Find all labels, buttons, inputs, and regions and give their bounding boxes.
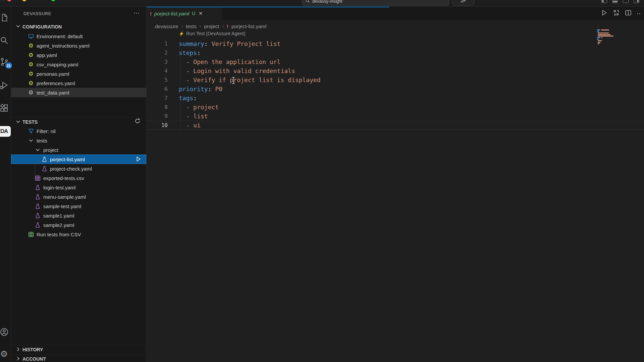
tree-item[interactable]: Filter: nil	[11, 126, 146, 136]
monitor-icon	[28, 34, 34, 39]
tree-item[interactable]: project	[11, 145, 146, 155]
code-line[interactable]: 4 - Login with valid credentials	[147, 66, 644, 75]
copilot-button[interactable]	[452, 0, 474, 6]
config-item[interactable]: ⚙ personas.yaml	[11, 69, 146, 78]
breadcrumb-item[interactable]: tests	[186, 23, 197, 29]
more-actions-icon[interactable]: ⋯	[637, 10, 641, 17]
tree-item[interactable]: menu-sample.yaml	[11, 192, 146, 201]
run-debug-icon[interactable]	[0, 79, 10, 91]
explorer-icon[interactable]	[0, 11, 10, 23]
toggle-panel-right-icon[interactable]	[623, 0, 629, 3]
section-account[interactable]: ACCOUNT	[11, 354, 146, 362]
code-text: - Verify if project list is displayed	[179, 76, 321, 83]
indent-guide	[180, 103, 180, 130]
run-icon[interactable]	[600, 9, 608, 18]
more-actions-icon[interactable]: ⋯	[133, 9, 140, 17]
config-item[interactable]: ⚙ app.yaml	[11, 50, 146, 60]
config-item[interactable]: ⚙ test_data.yaml	[11, 88, 146, 97]
search-text: devassy-insight	[312, 0, 342, 4]
source-control-icon[interactable]: 21	[0, 56, 10, 68]
indent-guide	[180, 57, 180, 84]
progress-bar	[147, 7, 389, 7]
code-line[interactable]: 5 - Verify if project list is displayed	[147, 75, 644, 84]
line-number: 5	[147, 77, 168, 83]
tree-item[interactable]: project-check.yaml	[11, 164, 146, 173]
line-number: 7	[147, 95, 168, 101]
run-test-icon[interactable]	[135, 156, 142, 163]
run-all-icon[interactable]	[612, 9, 620, 18]
window-control[interactable]	[1, 0, 6, 1]
refresh-icon[interactable]	[135, 118, 141, 125]
source-control-badge: 21	[5, 62, 12, 69]
line-number: 1	[147, 41, 168, 47]
tree-item-label: project-check.yaml	[50, 166, 92, 172]
toggle-panel-bottom-icon[interactable]	[612, 0, 618, 3]
account-icon[interactable]	[0, 326, 10, 338]
config-item[interactable]: ⚙ csv_mapping.yaml	[11, 60, 146, 69]
gear-icon: ⚙	[28, 43, 34, 49]
tree-item[interactable]: porject-list.yaml	[11, 155, 146, 164]
flask-icon	[35, 222, 41, 228]
tree-item[interactable]: sample2.yaml	[11, 220, 146, 230]
close-button[interactable]	[7, 0, 11, 1]
config-item-label: Environment: default	[37, 34, 83, 39]
flask-icon	[35, 213, 41, 219]
tab-label: porject-list.yaml	[154, 11, 189, 16]
customize-layout-icon[interactable]	[634, 0, 639, 3]
minimap[interactable]	[597, 29, 634, 45]
tree-item-label: sample-test.yaml	[43, 203, 81, 209]
section-configuration[interactable]: CONFIGURATION	[11, 22, 146, 31]
config-item-label: personas.yaml	[37, 71, 69, 77]
minimize-button[interactable]	[22, 0, 26, 1]
close-icon[interactable]: ✕	[199, 11, 203, 16]
section-history[interactable]: HISTORY	[11, 345, 146, 354]
tree-item[interactable]: sample1.yaml	[11, 211, 146, 220]
code-line[interactable]: 10 - ui	[147, 121, 644, 130]
devassure-extension-icon[interactable]: DA	[0, 126, 11, 137]
tree-item[interactable]: tests	[11, 136, 146, 145]
maximize-button[interactable]	[51, 0, 55, 1]
search-icon[interactable]	[0, 34, 10, 46]
breadcrumb-item[interactable]: porject-list.yaml	[231, 23, 266, 29]
code-text: - Login with valid credentials	[179, 67, 295, 74]
config-item[interactable]: ⚙ preferences.yaml	[11, 78, 146, 88]
section-label: CONFIGURATION	[22, 24, 62, 29]
tab-porject-list[interactable]: ! porject-list.yaml U ✕	[147, 7, 221, 20]
code-text: - ui	[179, 122, 201, 129]
split-editor-icon[interactable]	[625, 9, 632, 18]
code-editor[interactable]: 1 summary: Verify Project list 2 steps: …	[147, 39, 644, 130]
config-item[interactable]: Environment: default	[11, 32, 146, 41]
section-tests[interactable]: TESTS	[11, 117, 146, 126]
settings-gear-icon[interactable]: ⚙	[0, 348, 10, 360]
code-line[interactable]: 1 summary: Verify Project list	[147, 39, 644, 48]
section-label: TESTS	[22, 119, 38, 125]
code-line[interactable]: 8 - project	[147, 103, 644, 112]
gear-icon: ⚙	[28, 52, 34, 58]
tree-item[interactable]: exported-tests.csv	[11, 173, 146, 183]
config-item[interactable]: ⚙ agent_instructions.yaml	[11, 41, 146, 50]
editor-actions: ⋯	[600, 9, 641, 18]
text-cursor-pointer	[231, 76, 236, 86]
breadcrumb: .devassure›tests›project› ! porject-list…	[154, 22, 266, 30]
line-number: 6	[147, 86, 168, 92]
tree-item-label: tests	[37, 138, 47, 143]
breadcrumb-item[interactable]: .devassure	[154, 23, 178, 29]
code-line[interactable]: 9 - list	[147, 112, 644, 121]
command-center-search[interactable]: devassy-insight	[302, 0, 449, 6]
devassure-sidebar: DEVASSURE ⋯ CONFIGURATION Environment: d…	[11, 7, 147, 362]
code-line[interactable]: 2 steps:	[147, 48, 644, 57]
lightning-icon: ⚡	[179, 31, 184, 36]
tree-item[interactable]: login-test.yaml	[11, 183, 146, 192]
extensions-icon[interactable]	[0, 102, 10, 114]
code-line[interactable]: 6 priority: P0	[147, 84, 644, 94]
code-line[interactable]: 3 - Open the application url	[147, 57, 644, 66]
run-test-codelens[interactable]: ⚡ Run Test (DevAssure Agent)	[179, 31, 246, 36]
line-number: 9	[147, 113, 168, 119]
code-text: summary: Verify Project list	[179, 40, 280, 47]
toggle-panel-left-icon[interactable]	[601, 0, 607, 3]
tree-item[interactable]: sample-test.yaml	[11, 201, 146, 211]
tree-item[interactable]: Run tests from CSV	[11, 230, 146, 239]
gear-icon: ⚙	[28, 62, 34, 67]
breadcrumb-item[interactable]: project	[204, 23, 219, 29]
code-line[interactable]: 7 tags:	[147, 94, 644, 103]
